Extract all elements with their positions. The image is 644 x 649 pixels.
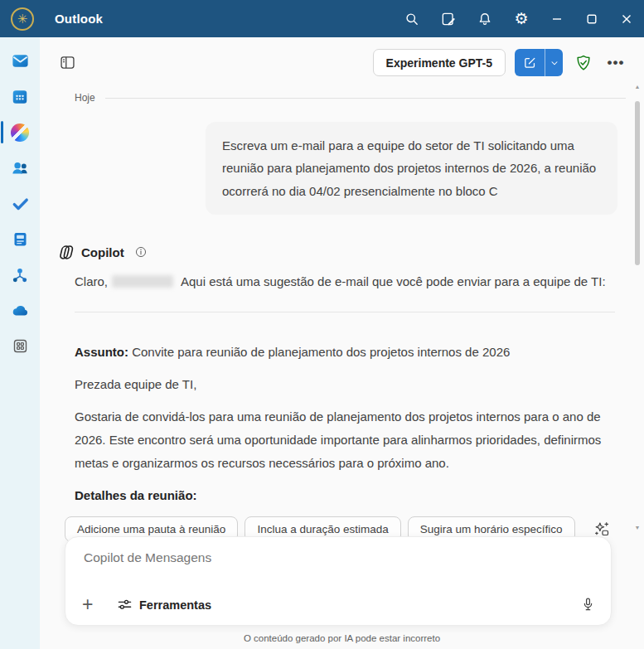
app-title: Outlook [55, 12, 103, 26]
titlebar: ✳ Outlook ⚙ [0, 0, 644, 37]
email-greeting: Prezada equipe de TI, [75, 373, 619, 396]
onedrive-icon [10, 301, 30, 321]
assistant-intro: Claro,Aqui está uma sugestão de e-mail q… [75, 274, 619, 288]
more-options-icon[interactable]: ••• [604, 51, 627, 75]
mail-icon [11, 51, 30, 70]
try-gpt5-button[interactable]: Experimente GPT-5 [373, 49, 506, 76]
rail-item-more-apps[interactable] [0, 328, 40, 364]
rail-item-todo[interactable] [0, 186, 40, 221]
scrollbar-thumb[interactable] [635, 101, 640, 265]
divider [75, 312, 615, 312]
newsletters-icon [12, 230, 29, 248]
org-explorer-icon [11, 266, 29, 284]
search-icon[interactable] [394, 0, 430, 37]
app-rail [0, 37, 40, 649]
people-icon [11, 158, 30, 177]
notifications-icon[interactable] [467, 0, 503, 37]
tools-label: Ferramentas [139, 598, 211, 612]
org-logo: ✳ [11, 7, 34, 31]
assistant-name: Copilot [81, 245, 124, 259]
shield-check-icon[interactable] [572, 51, 595, 75]
settings-icon[interactable]: ⚙ [503, 0, 540, 37]
maximize-icon[interactable] [574, 0, 609, 37]
user-message-bubble: Escreva um e-mail para a equipe do setor… [206, 122, 617, 215]
date-divider: Hoje [75, 92, 626, 104]
tools-button[interactable]: Ferramentas [117, 597, 211, 613]
todo-check-icon [11, 194, 30, 213]
more-apps-icon [12, 337, 29, 355]
scrollbar: ▲ ▼ [633, 83, 642, 541]
copilot-outline-icon [55, 243, 74, 262]
scroll-up-icon[interactable]: ▲ [633, 83, 642, 91]
minimize-icon[interactable] [540, 0, 574, 37]
compose-icon[interactable] [515, 49, 545, 76]
info-icon[interactable] [134, 245, 148, 259]
chat-header: Experimente GPT-5 ••• [40, 37, 644, 76]
rail-item-calendar[interactable] [0, 79, 40, 114]
subject-label: Assunto: [75, 345, 128, 359]
calendar-icon [11, 88, 29, 106]
close-icon[interactable] [609, 0, 644, 37]
outlook-window: ✳ Outlook ⚙ [0, 0, 644, 649]
rail-item-org-explorer[interactable] [0, 257, 40, 293]
ai-disclaimer: O conteúdo gerado por IA pode estar inco… [40, 633, 644, 643]
new-chat-split-button [515, 49, 563, 76]
sliders-icon [117, 597, 133, 613]
assistant-header: Copilot [55, 243, 644, 262]
redacted-name [112, 275, 173, 288]
message-input[interactable] [82, 549, 594, 582]
rail-item-newsletters[interactable] [0, 221, 40, 257]
scroll-down-icon[interactable]: ▼ [633, 524, 642, 532]
panel-toggle-icon[interactable] [56, 52, 78, 74]
rail-item-onedrive[interactable] [0, 293, 40, 328]
mic-icon[interactable] [580, 597, 596, 613]
active-indicator [1, 121, 3, 143]
notes-icon[interactable] [430, 0, 467, 37]
details-label: Detalhes da reunião: [75, 484, 619, 507]
rail-item-people[interactable] [0, 150, 40, 186]
subject-text: Convite para reunião de planejamento dos… [132, 345, 510, 359]
rail-item-copilot[interactable] [0, 114, 40, 150]
chevron-down-icon[interactable] [545, 49, 563, 76]
date-label: Hoje [75, 92, 95, 104]
add-attachment-button[interactable]: + [82, 595, 104, 614]
main-panel: Experimente GPT-5 ••• Hoje Escreva [40, 37, 644, 649]
email-draft: Assunto: Convite para reunião de planeja… [75, 341, 619, 507]
composer: + Ferramentas [65, 536, 612, 626]
rail-item-mail[interactable] [0, 43, 40, 79]
email-body: Gostaria de convidá-los para uma reunião… [75, 405, 619, 475]
copilot-icon [11, 124, 29, 142]
